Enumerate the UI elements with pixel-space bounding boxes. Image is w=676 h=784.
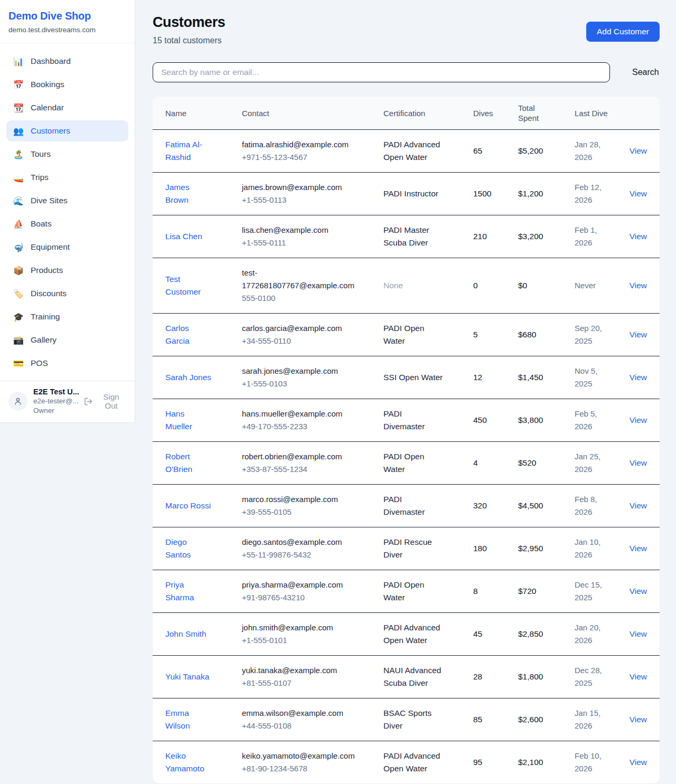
customer-name-link[interactable]: Test Customer [165, 275, 201, 296]
sidebar-item-training[interactable]: 🎓 Training [6, 306, 128, 327]
view-customer-link[interactable]: View [630, 373, 647, 382]
sidebar-item-tours[interactable]: 🏝️ Tours [6, 144, 128, 165]
view-customer-link[interactable]: View [630, 330, 647, 339]
sidebar-item-discounts[interactable]: 🏷️ Discounts [6, 283, 128, 304]
view-customer-link[interactable]: View [630, 544, 647, 553]
table-row: Marco Rossi marco.rossi@example.com+39-5… [153, 485, 660, 527]
customer-email: lisa.chen@example.com [242, 224, 353, 237]
view-customer-link[interactable]: View [630, 715, 647, 724]
view-customer-link[interactable]: View [630, 501, 647, 510]
customer-name-link[interactable]: Fatima Al-Rashid [165, 140, 202, 162]
customer-total-spent: $3,800 [505, 399, 562, 442]
view-customer-link[interactable]: View [630, 232, 647, 241]
customer-email: yuki.tanaka@example.com [242, 664, 353, 677]
tag-icon: 🏷️ [13, 289, 24, 299]
sidebar-item-products[interactable]: 📦 Products [6, 260, 128, 281]
user-section: E2E Test U... e2e-tester@... Owner Sign … [0, 381, 135, 422]
sidebar-item-label: Boats [31, 219, 52, 229]
sign-out-button[interactable]: Sign Out [84, 392, 126, 410]
customer-total-spent: $720 [505, 570, 562, 613]
table-row: Sarah Jones sarah.jones@example.com+1-55… [153, 356, 660, 399]
view-customer-link[interactable]: View [630, 189, 647, 198]
customer-name-link[interactable]: Emma Wilson [165, 709, 190, 730]
customer-phone: +34-555-0110 [242, 335, 353, 347]
customer-last-dive: Jan 15, 2026 [562, 698, 619, 741]
table-row: Yuki Tanaka yuki.tanaka@example.com+81-5… [153, 656, 660, 698]
avatar [8, 392, 27, 411]
sidebar-item-calendar[interactable]: 📆 Calendar [6, 97, 128, 118]
customer-name-link[interactable]: Hans Mueller [165, 409, 192, 431]
view-customer-link[interactable]: View [630, 587, 647, 596]
customer-dives: 12 [461, 356, 505, 399]
customer-last-dive: Never [562, 258, 619, 314]
customer-name-link[interactable]: Carlos Garcia [165, 324, 190, 345]
customer-email: carlos.garcia@example.com [242, 322, 353, 335]
table-row: Hans Mueller hans.mueller@example.com+49… [153, 399, 660, 442]
sidebar-item-label: Dive Sites [31, 196, 68, 205]
customer-name-link[interactable]: John Smith [165, 629, 206, 638]
search-button[interactable]: Search [632, 68, 659, 77]
customer-certification: PADI Advanced Open Water [371, 130, 461, 173]
view-customer-link[interactable]: View [630, 415, 647, 424]
customer-phone: +1-555-0101 [242, 634, 353, 647]
credit-card-icon: 💳 [13, 358, 24, 369]
customer-phone: +55-11-99876-5432 [242, 549, 353, 561]
sidebar-item-gallery[interactable]: 📸 Gallery [6, 329, 128, 351]
sign-out-label: Sign Out [96, 392, 126, 410]
customer-total-spent: $5,200 [505, 130, 562, 173]
customer-phone: +971-55-123-4567 [242, 151, 353, 164]
customer-certification: BSAC Sports Diver [371, 698, 461, 741]
table-row: Fatima Al-Rashid fatima.alrashid@example… [153, 130, 660, 173]
view-customer-link[interactable]: View [630, 458, 647, 467]
customer-name-link[interactable]: Diego Santos [165, 537, 191, 559]
sidebar-item-customers[interactable]: 👥 Customers [6, 120, 128, 141]
sidebar-item-boats[interactable]: ⛵ Boats [6, 213, 128, 234]
customers-table: Name Contact Certification Dives Total S… [153, 97, 660, 783]
customer-last-dive: Jan 25, 2026 [562, 442, 619, 485]
view-customer-link[interactable]: View [630, 629, 647, 638]
customer-dives: 65 [461, 130, 505, 173]
customer-name-link[interactable]: Robert O'Brien [165, 452, 192, 474]
customer-name-link[interactable]: Priya Sharma [165, 580, 194, 602]
table-row: Priya Sharma priya.sharma@example.com+91… [153, 570, 660, 613]
customer-name-link[interactable]: Lisa Chen [165, 232, 202, 241]
customers-table-card: Name Contact Certification Dives Total S… [153, 97, 660, 783]
sidebar-item-pos[interactable]: 💳 POS [6, 353, 128, 374]
table-row: Robert O'Brien robert.obrien@example.com… [153, 442, 660, 485]
sidebar-item-trips[interactable]: 🚤 Trips [6, 167, 128, 188]
customer-dives: 45 [461, 613, 505, 656]
view-customer-link[interactable]: View [630, 281, 647, 290]
customer-certification: NAUI Advanced Scuba Diver [371, 656, 461, 698]
sidebar-item-dive-sites[interactable]: 🌊 Dive Sites [6, 190, 128, 211]
user-info: E2E Test U... e2e-tester@... Owner [33, 387, 78, 415]
customer-name-link[interactable]: Keiko Yamamoto [165, 751, 204, 773]
customer-name-link[interactable]: Marco Rossi [165, 501, 211, 510]
customer-email: test-1772681807767@example.com [242, 267, 353, 292]
customer-name-link[interactable]: Sarah Jones [165, 373, 211, 382]
customer-dives: 0 [461, 258, 505, 314]
add-customer-button[interactable]: Add Customer [586, 22, 660, 42]
shop-name: Demo Dive Shop [8, 10, 126, 22]
table-row: Test Customer test-1772681807767@example… [153, 258, 660, 314]
customer-email: james.brown@example.com [242, 181, 353, 194]
calendar-icon: 📅 [13, 80, 24, 90]
view-customer-link[interactable]: View [630, 146, 647, 155]
page-title: Customers [153, 14, 225, 31]
customer-last-dive: Dec 28, 2025 [562, 656, 619, 698]
customer-total-spent: $1,200 [505, 173, 562, 215]
search-input[interactable] [153, 62, 610, 82]
view-customer-link[interactable]: View [630, 758, 647, 767]
view-customer-link[interactable]: View [630, 672, 647, 681]
sidebar-item-dashboard[interactable]: 📊 Dashboard [6, 51, 128, 72]
customer-name-link[interactable]: James Brown [165, 183, 190, 204]
customer-dives: 320 [461, 485, 505, 527]
customer-phone: +353-87-555-1234 [242, 463, 353, 476]
sidebar-item-bookings[interactable]: 📅 Bookings [6, 74, 128, 95]
customer-dives: 85 [461, 698, 505, 741]
customer-total-spent: $0 [505, 258, 562, 314]
customer-name-link[interactable]: Yuki Tanaka [165, 672, 209, 681]
customer-phone: +49-170-555-2233 [242, 420, 353, 433]
sidebar-item-equipment[interactable]: 🤿 Equipment [6, 237, 128, 258]
customer-total-spent: $1,450 [505, 356, 562, 399]
sidebar-item-label: Gallery [31, 335, 57, 345]
